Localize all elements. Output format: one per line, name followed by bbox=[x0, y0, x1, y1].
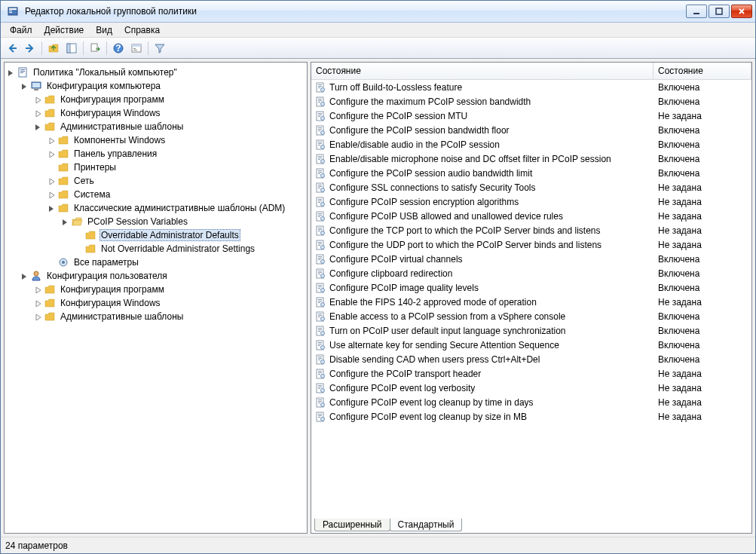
tree-all-settings[interactable]: Все параметры bbox=[47, 256, 305, 269]
column-header-state[interactable]: Состояние bbox=[653, 63, 751, 79]
list-item-name: Enable access to a PCoIP session from a … bbox=[329, 311, 653, 322]
tree-computer-config[interactable]: Конфигурация компьютера bbox=[20, 79, 305, 93]
list-item[interactable]: Configure SSL connections to satisfy Sec… bbox=[311, 180, 751, 194]
tree-admin-templates[interactable]: Административные шаблоны bbox=[33, 120, 305, 133]
expand-icon[interactable] bbox=[33, 95, 42, 104]
list-item[interactable]: Configure PCoIP session encryption algor… bbox=[311, 194, 751, 209]
list-item[interactable]: Configure the PCoIP transport headerНе з… bbox=[311, 366, 751, 381]
svg-rect-14 bbox=[133, 50, 137, 51]
list-item[interactable]: Configure PCoIP event log verbosityНе за… bbox=[311, 381, 751, 395]
list-item[interactable]: Turn off Build-to-Lossless featureВключе… bbox=[311, 80, 751, 94]
expand-icon[interactable] bbox=[33, 109, 42, 118]
menu-file[interactable]: Файл bbox=[4, 23, 38, 37]
show-hide-tree-button[interactable] bbox=[63, 40, 80, 57]
up-button[interactable] bbox=[45, 40, 62, 57]
list-item-name: Configure the UDP port to which the PCoI… bbox=[329, 240, 653, 250]
tree-user-config[interactable]: Конфигурация пользователя bbox=[20, 269, 305, 283]
tree-label: Конфигурация программ bbox=[59, 284, 166, 295]
collapse-icon[interactable] bbox=[47, 204, 56, 213]
list-item[interactable]: Configure PCoIP event log cleanup by tim… bbox=[311, 395, 751, 409]
list-item[interactable]: Configure PCoIP virtual channelsВключена bbox=[311, 252, 751, 266]
collapse-icon[interactable] bbox=[20, 81, 29, 90]
list-item[interactable]: Enable/disable microphone noise and DC o… bbox=[311, 152, 751, 166]
tree-control-panel[interactable]: Панель управления bbox=[47, 147, 305, 161]
expand-icon[interactable] bbox=[47, 149, 56, 158]
expand-icon[interactable] bbox=[33, 298, 42, 308]
tree-panel[interactable]: Политика "Локальный компьютер" Конфигура… bbox=[4, 62, 308, 534]
list-item[interactable]: Configure PCoIP image quality levelsВклю… bbox=[311, 280, 751, 295]
status-bar: 24 параметров bbox=[1, 537, 755, 553]
export-button[interactable] bbox=[87, 40, 103, 57]
collapse-icon[interactable] bbox=[33, 122, 42, 131]
list-item[interactable]: Configure the PCoIP session MTUНе задана bbox=[311, 109, 751, 123]
list-item[interactable]: Configure the maximum PCoIP session band… bbox=[311, 94, 751, 109]
tree-root[interactable]: Политика "Локальный компьютер" bbox=[6, 66, 305, 79]
filter-button[interactable] bbox=[152, 40, 168, 57]
tab-standard[interactable]: Стандартный bbox=[390, 519, 463, 531]
list-item[interactable]: Turn on PCoIP user default input languag… bbox=[311, 323, 751, 338]
list-item[interactable]: Configure PCoIP event log cleanup by siz… bbox=[311, 409, 751, 424]
collapse-icon[interactable] bbox=[20, 271, 29, 280]
spacer bbox=[47, 163, 56, 172]
list-item[interactable]: Enable the FIPS 140-2 approved mode of o… bbox=[311, 295, 751, 309]
folder-icon bbox=[57, 175, 69, 187]
list-item[interactable]: Disable sending CAD when users press Ctr… bbox=[311, 352, 751, 366]
back-button[interactable] bbox=[4, 40, 20, 57]
expand-icon[interactable] bbox=[47, 190, 56, 199]
tab-extended[interactable]: Расширенный bbox=[314, 519, 390, 531]
collapse-icon[interactable] bbox=[6, 68, 15, 77]
menu-action[interactable]: Действие bbox=[38, 23, 90, 37]
list-item[interactable]: Enable/disable audio in the PCoIP sessio… bbox=[311, 137, 751, 152]
tree-overridable-defaults[interactable]: Overridable Administrator Defaults bbox=[74, 228, 305, 242]
expand-icon[interactable] bbox=[33, 285, 42, 294]
svg-point-74 bbox=[321, 216, 325, 220]
expand-icon[interactable] bbox=[47, 176, 56, 185]
list-item[interactable]: Use alternate key for sending Secure Att… bbox=[311, 338, 751, 352]
tree-network[interactable]: Сеть bbox=[47, 174, 305, 188]
help-button[interactable]: ? bbox=[110, 40, 127, 57]
list-item[interactable]: Configure PCoIP USB allowed and unallowe… bbox=[311, 209, 751, 223]
tree-not-overridable-settings[interactable]: Not Overridable Administrator Settings bbox=[74, 242, 305, 256]
list-item-name: Disable sending CAD when users press Ctr… bbox=[329, 354, 653, 365]
tree-system[interactable]: Система bbox=[47, 188, 305, 201]
tree-label: Сеть bbox=[72, 176, 96, 186]
list-item[interactable]: Configure clipboard redirectionВключена bbox=[311, 266, 751, 280]
list-item[interactable]: Configure the TCP port to which the PCoI… bbox=[311, 223, 751, 237]
svg-rect-5 bbox=[716, 8, 722, 14]
properties-button[interactable] bbox=[128, 40, 145, 57]
column-header-name[interactable]: Состояние bbox=[311, 63, 653, 79]
tree-software-settings[interactable]: Конфигурация программ bbox=[33, 93, 305, 106]
svg-rect-88 bbox=[318, 259, 320, 260]
menu-view[interactable]: Вид bbox=[90, 23, 118, 37]
forward-button[interactable] bbox=[22, 40, 38, 57]
expand-icon[interactable] bbox=[47, 136, 56, 145]
minimize-button[interactable] bbox=[686, 5, 707, 18]
tree-user-software-settings[interactable]: Конфигурация программ bbox=[33, 283, 305, 296]
tree-user-admin-templates[interactable]: Административные шаблоны bbox=[33, 310, 305, 323]
list-item[interactable]: Configure the PCoIP session bandwidth fl… bbox=[311, 123, 751, 137]
expand-icon[interactable] bbox=[33, 312, 42, 321]
list-panel: Состояние Состояние Turn off Build-to-Lo… bbox=[311, 62, 752, 534]
list-item[interactable]: Configure the PCoIP session audio bandwi… bbox=[311, 166, 751, 180]
menu-bar: Файл Действие Вид Справка bbox=[1, 23, 755, 38]
list-item-state: Не задана bbox=[653, 111, 751, 121]
list-item[interactable]: Configure the UDP port to which the PCoI… bbox=[311, 237, 751, 252]
list-body[interactable]: Turn off Build-to-Lossless featureВключе… bbox=[311, 80, 751, 518]
menu-help[interactable]: Справка bbox=[118, 23, 166, 37]
svg-rect-112 bbox=[318, 329, 322, 330]
tree-printers[interactable]: Принтеры bbox=[47, 161, 305, 174]
tree-windows-settings[interactable]: Конфигурация Windows bbox=[33, 106, 305, 120]
tree-user-windows-settings[interactable]: Конфигурация Windows bbox=[33, 296, 305, 310]
tree-pcoip-session-vars[interactable]: PCoIP Session Variables bbox=[60, 215, 305, 228]
maximize-button[interactable] bbox=[709, 5, 730, 18]
list-item[interactable]: Enable access to a PCoIP session from a … bbox=[311, 309, 751, 323]
svg-rect-13 bbox=[133, 48, 136, 49]
list-item-state: Включена bbox=[653, 96, 751, 107]
policy-item-icon bbox=[314, 239, 326, 251]
tree-windows-components[interactable]: Компоненты Windows bbox=[47, 133, 305, 147]
tree-classic-adm[interactable]: Классические административные шаблоны (A… bbox=[47, 201, 305, 215]
tree-label: Конфигурация пользователя bbox=[45, 271, 169, 281]
svg-rect-77 bbox=[318, 229, 322, 230]
collapse-icon[interactable] bbox=[60, 217, 69, 226]
close-button[interactable] bbox=[731, 5, 752, 18]
